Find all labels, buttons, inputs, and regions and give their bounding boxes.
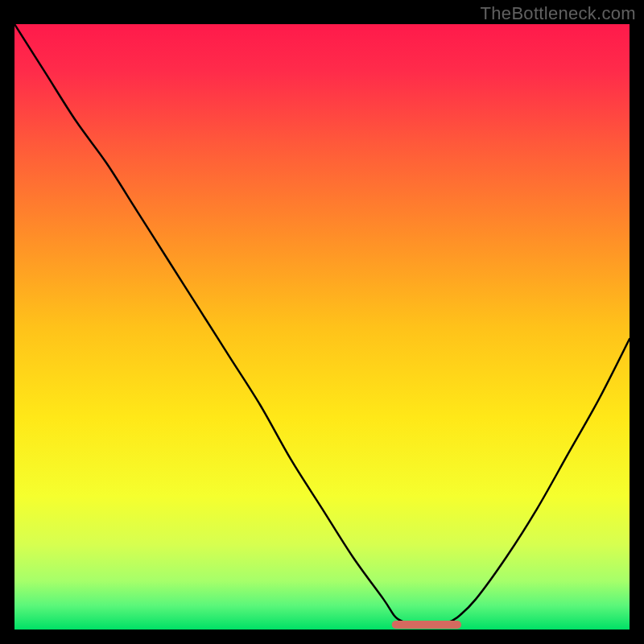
gradient-background: [14, 24, 630, 630]
plot-area: [14, 24, 630, 630]
watermark-text: TheBottleneck.com: [481, 3, 636, 24]
chart-container: TheBottleneck.com: [0, 0, 644, 644]
chart-svg: [14, 24, 630, 630]
